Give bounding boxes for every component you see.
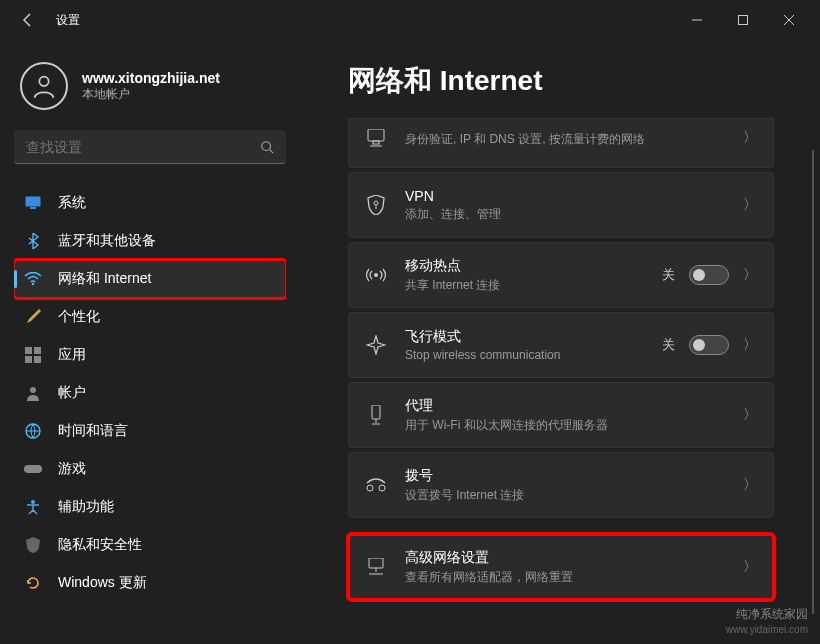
svg-point-25 [367, 485, 373, 491]
nav-item-label: 游戏 [58, 460, 86, 478]
card-proxy[interactable]: 代理用于 Wi-Fi 和以太网连接的代理服务器〉 [348, 382, 774, 448]
card-text: VPN添加、连接、管理 [405, 188, 725, 223]
svg-rect-8 [25, 347, 32, 354]
nav-item-shield[interactable]: 隐私和安全性 [14, 526, 286, 564]
watermark-text-2: www.yidaimei.com [726, 623, 808, 636]
game-icon [24, 460, 42, 478]
toggle-switch[interactable] [689, 265, 729, 285]
card-trailing: 〉 [743, 196, 757, 214]
svg-rect-14 [24, 465, 42, 473]
nav-item-label: 蓝牙和其他设备 [58, 232, 156, 250]
nav-item-wifi[interactable]: 网络和 Internet [14, 260, 286, 298]
card-airplane[interactable]: 飞行模式Stop wireless communication关〉 [348, 312, 774, 378]
chevron-right-icon: 〉 [743, 196, 757, 214]
minimize-button[interactable] [674, 0, 720, 40]
nav-item-globe-clock[interactable]: 时间和语言 [14, 412, 286, 450]
main-content: 网络和 Internet 身份验证, IP 和 DNS 设置, 按流量计费的网络… [300, 40, 820, 644]
card-title: 飞行模式 [405, 328, 644, 346]
dialup-icon [365, 474, 387, 496]
svg-rect-16 [368, 129, 384, 141]
nav-list: 系统蓝牙和其他设备网络和 Internet个性化应用帐户时间和语言游戏辅助功能隐… [14, 184, 286, 644]
card-hotspot[interactable]: 移动热点共享 Internet 连接关〉 [348, 242, 774, 308]
user-account-type: 本地帐户 [82, 86, 220, 103]
chevron-right-icon: 〉 [743, 266, 757, 284]
window-controls [674, 0, 812, 40]
nav-item-monitor[interactable]: 系统 [14, 184, 286, 222]
brush-icon [24, 308, 42, 326]
nav-item-brush[interactable]: 个性化 [14, 298, 286, 336]
watermark: 纯净系统家园 www.yidaimei.com [726, 607, 808, 636]
svg-rect-5 [26, 197, 41, 207]
proxy-icon [365, 404, 387, 426]
card-subtitle: Stop wireless communication [405, 348, 644, 362]
chevron-right-icon: 〉 [743, 476, 757, 494]
sidebar: www.xitongzhijia.net 本地帐户 系统蓝牙和其他设备网络和 I… [0, 40, 300, 644]
svg-rect-27 [369, 558, 383, 568]
chevron-right-icon: 〉 [743, 406, 757, 424]
apps-icon [24, 346, 42, 364]
card-subtitle: 共享 Internet 连接 [405, 277, 644, 294]
nav-item-label: 系统 [58, 194, 86, 212]
nav-item-apps[interactable]: 应用 [14, 336, 286, 374]
card-trailing: 〉 [743, 406, 757, 424]
back-button[interactable] [8, 0, 48, 40]
adv-network-icon [365, 556, 387, 578]
ethernet-icon [365, 127, 387, 149]
card-trailing: 〉 [743, 558, 757, 576]
bluetooth-icon [24, 232, 42, 250]
svg-rect-1 [739, 16, 748, 25]
svg-point-26 [379, 485, 385, 491]
card-subtitle: 添加、连接、管理 [405, 206, 725, 223]
nav-item-label: Windows 更新 [58, 574, 147, 592]
card-title: 高级网络设置 [405, 549, 725, 567]
close-button[interactable] [766, 0, 812, 40]
nav-item-accessibility[interactable]: 辅助功能 [14, 488, 286, 526]
toggle-switch[interactable] [689, 335, 729, 355]
chevron-right-icon: 〉 [743, 129, 757, 147]
watermark-text-1: 纯净系统家园 [726, 607, 808, 623]
card-adv-network[interactable]: 高级网络设置查看所有网络适配器，网络重置〉 [348, 534, 774, 600]
svg-rect-11 [34, 356, 41, 363]
svg-line-4 [270, 149, 274, 153]
svg-point-3 [262, 141, 271, 150]
card-text: 拨号设置拨号 Internet 连接 [405, 467, 725, 504]
card-text: 身份验证, IP 和 DNS 设置, 按流量计费的网络 [405, 129, 725, 148]
card-subtitle: 身份验证, IP 和 DNS 设置, 按流量计费的网络 [405, 131, 725, 148]
toggle-state-label: 关 [662, 336, 675, 354]
monitor-icon [24, 194, 42, 212]
svg-point-2 [39, 77, 48, 86]
card-subtitle: 查看所有网络适配器，网络重置 [405, 569, 725, 586]
search-box[interactable] [14, 130, 286, 164]
svg-rect-6 [30, 207, 36, 209]
window-title: 设置 [56, 12, 80, 29]
maximize-button[interactable] [720, 0, 766, 40]
card-ethernet[interactable]: 身份验证, IP 和 DNS 设置, 按流量计费的网络〉 [348, 118, 774, 168]
nav-item-game[interactable]: 游戏 [14, 450, 286, 488]
svg-rect-10 [25, 356, 32, 363]
card-dialup[interactable]: 拨号设置拨号 Internet 连接〉 [348, 452, 774, 518]
card-subtitle: 设置拨号 Internet 连接 [405, 487, 725, 504]
nav-item-bluetooth[interactable]: 蓝牙和其他设备 [14, 222, 286, 260]
card-text: 移动热点共享 Internet 连接 [405, 257, 644, 294]
card-title: VPN [405, 188, 725, 204]
svg-point-21 [374, 273, 378, 277]
nav-item-label: 辅助功能 [58, 498, 114, 516]
person-icon [24, 384, 42, 402]
nav-item-label: 网络和 Internet [58, 270, 151, 288]
search-input[interactable] [26, 139, 260, 155]
avatar [20, 62, 68, 110]
nav-item-person[interactable]: 帐户 [14, 374, 286, 412]
svg-rect-17 [373, 141, 379, 144]
card-vpn-shield[interactable]: VPN添加、连接、管理〉 [348, 172, 774, 238]
nav-item-update[interactable]: Windows 更新 [14, 564, 286, 602]
scrollbar[interactable] [812, 150, 814, 614]
shield-icon [24, 536, 42, 554]
titlebar: 设置 [0, 0, 820, 40]
user-account-block[interactable]: www.xitongzhijia.net 本地帐户 [14, 50, 286, 130]
card-title: 代理 [405, 397, 725, 415]
user-name: www.xitongzhijia.net [82, 70, 220, 86]
card-trailing: 关〉 [662, 335, 757, 355]
card-title: 移动热点 [405, 257, 644, 275]
svg-point-19 [374, 201, 378, 205]
nav-item-label: 时间和语言 [58, 422, 128, 440]
